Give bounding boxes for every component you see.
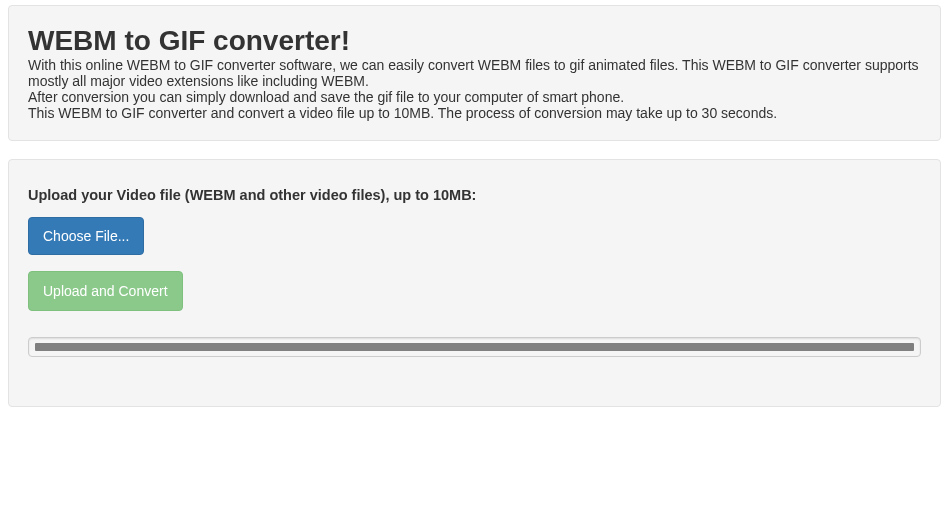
intro-paragraph-1: With this online WEBM to GIF converter s… <box>28 57 921 89</box>
upload-form-panel: Upload your Video file (WEBM and other v… <box>8 159 941 407</box>
progress-bar-container <box>28 337 921 357</box>
upload-convert-button[interactable]: Upload and Convert <box>28 271 183 311</box>
intro-panel: WEBM to GIF converter! With this online … <box>8 5 941 141</box>
page-title: WEBM to GIF converter! <box>28 25 921 57</box>
intro-paragraph-3: This WEBM to GIF converter and convert a… <box>28 105 921 121</box>
upload-label: Upload your Video file (WEBM and other v… <box>28 187 921 203</box>
intro-paragraph-2: After conversion you can simply download… <box>28 89 921 105</box>
progress-bar-fill <box>35 343 914 351</box>
choose-file-button[interactable]: Choose File... <box>28 217 144 255</box>
